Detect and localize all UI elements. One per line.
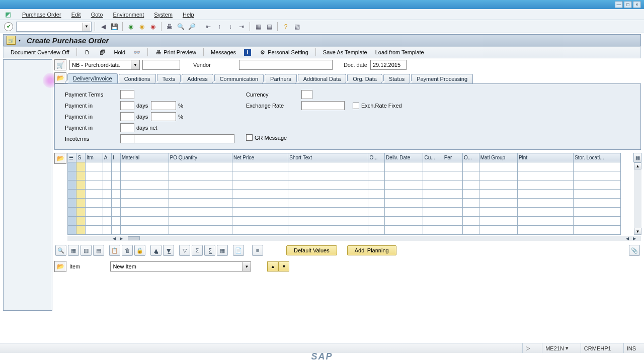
default-values-button[interactable]: Default Values (286, 245, 337, 255)
menu-goto[interactable]: Goto (86, 10, 108, 19)
back-icon[interactable]: ◀ (98, 22, 108, 32)
addl-planning-button[interactable]: Addl Planning (347, 245, 396, 255)
item-list-button[interactable]: ≡ (252, 245, 263, 256)
document-overview-button[interactable]: Document Overview Off (8, 48, 72, 56)
col-cu[interactable]: Cu... (423, 153, 443, 162)
hold-button[interactable]: Hold (111, 48, 129, 56)
messages-button[interactable]: Messages (208, 48, 239, 56)
personal-setting-button[interactable]: ⚙Personal Setting (256, 48, 311, 57)
po-number-field[interactable] (142, 60, 180, 70)
check-button[interactable]: 👓 (130, 48, 143, 57)
col-stor-loc[interactable]: Stor. Locati... (574, 153, 621, 162)
item-delete-button[interactable]: 🗑 (122, 245, 133, 256)
item-layout-button[interactable]: ▤ (93, 245, 104, 256)
item-grid[interactable]: ☰ S Itm A I Material PO Quantity Net Pri… (67, 153, 621, 235)
col-i[interactable]: I (112, 153, 120, 162)
create-button[interactable]: 🗋 (81, 48, 94, 57)
item-overview-collapse-button[interactable]: 📂 (54, 153, 66, 164)
col-material[interactable]: Material (120, 153, 169, 162)
create-session-icon[interactable]: ▦ (253, 22, 263, 32)
col-per[interactable]: Per (443, 153, 462, 162)
generate-shortcut-icon[interactable]: ▤ (264, 22, 274, 32)
tab-status[interactable]: Status (383, 74, 410, 83)
tab-additional-data[interactable]: Additional Data (298, 74, 347, 83)
item-total-button[interactable]: Σ (192, 245, 203, 256)
payment-in-2-pct-field[interactable] (151, 112, 176, 121)
col-o2[interactable]: O... (462, 153, 479, 162)
payment-terms-field[interactable] (120, 90, 134, 99)
back-nav-icon[interactable]: ◉ (126, 22, 136, 32)
payment-in-1-pct-field[interactable] (151, 101, 176, 110)
item-lock-button[interactable]: 🔒 (134, 245, 145, 256)
item-expand-button[interactable]: ▦ (217, 245, 228, 256)
prev-page-icon[interactable]: ↑ (214, 22, 224, 32)
window-minimize-button[interactable]: — (615, 1, 623, 8)
command-field[interactable]: ▼ (16, 22, 92, 32)
tab-payment-processing[interactable]: Payment Processing (411, 74, 473, 83)
window-close-button[interactable]: × (633, 1, 641, 8)
vendor-field[interactable] (239, 60, 333, 70)
item-subtotal-button[interactable]: Σ̲ (204, 245, 215, 256)
tab-delivery-invoice[interactable]: Delivery/Invoice (67, 73, 118, 83)
table-row[interactable] (68, 208, 621, 217)
payment-in-3-days-field[interactable] (120, 123, 134, 132)
tab-conditions[interactable]: Conditions (119, 74, 156, 83)
col-short-text[interactable]: Short Text (288, 153, 368, 162)
exch-rate-fixed-checkbox[interactable] (353, 103, 359, 109)
col-itm[interactable]: Itm (85, 153, 103, 162)
sap-menu-icon[interactable]: ◩ (5, 11, 14, 18)
item-sort-desc-button[interactable]: ▼̲ (163, 245, 174, 256)
help-icon[interactable]: ? (281, 22, 291, 32)
col-select[interactable]: ☰ (68, 153, 76, 162)
item-export-button[interactable]: 📄 (233, 245, 244, 256)
first-page-icon[interactable]: ⇤ (203, 22, 213, 32)
table-row[interactable] (68, 162, 621, 171)
save-as-template-button[interactable]: Save As Template (320, 48, 370, 56)
tab-texts[interactable]: Texts (157, 74, 181, 83)
item-select-all-button[interactable]: ▦ (68, 245, 79, 256)
col-matl-group[interactable]: Matl Group (479, 153, 517, 162)
table-row[interactable] (68, 190, 621, 199)
window-restore-button[interactable]: □ (624, 1, 632, 8)
scroll-right-icon[interactable]: ▶ (118, 236, 125, 241)
tab-org-data[interactable]: Org. Data (347, 74, 382, 83)
menu-help[interactable]: Help (178, 10, 199, 19)
col-deliv-date[interactable]: Deliv. Date (385, 153, 423, 162)
print-preview-button[interactable]: 🖶Print Preview (152, 48, 199, 57)
scroll-down-icon[interactable]: ▼ (634, 228, 641, 235)
find-next-icon[interactable]: 🔎 (187, 22, 197, 32)
po-type-cart-icon[interactable]: 🛒 (54, 59, 66, 70)
table-row[interactable] (68, 226, 621, 235)
col-s[interactable]: S (76, 153, 85, 162)
table-row[interactable] (68, 217, 621, 226)
item-prev-button[interactable]: ▲ (267, 261, 278, 272)
po-cart-icon[interactable]: 🛒 (7, 36, 16, 45)
load-from-template-button[interactable]: Load from Template (372, 48, 427, 56)
cancel-icon[interactable]: ◉ (148, 22, 158, 32)
table-row[interactable] (68, 199, 621, 208)
other-po-button[interactable]: 🗐 (96, 48, 109, 57)
menu-environment[interactable]: Environment (108, 10, 149, 19)
col-net-price[interactable]: Net Price (232, 153, 288, 162)
col-po-quantity[interactable]: PO Quantity (169, 153, 232, 162)
tab-communication[interactable]: Communication (214, 74, 264, 83)
table-row[interactable] (68, 180, 621, 190)
scroll-left-icon[interactable]: ◀ (111, 236, 118, 241)
print-icon[interactable]: 🖶 (165, 22, 175, 32)
item-sort-asc-button[interactable]: ▲̲ (150, 245, 162, 256)
col-plnt[interactable]: Plnt (517, 153, 573, 162)
item-details-button[interactable]: 🔍 (55, 245, 66, 256)
payment-in-2-days-field[interactable] (120, 112, 134, 121)
save-icon[interactable]: 💾 (109, 22, 119, 32)
grid-horizontal-scrollbar[interactable]: ◀ ▶ ◀ ▶ (67, 236, 641, 241)
scroll-left-end-icon[interactable]: ◀ (624, 236, 631, 241)
enter-icon[interactable]: ✔ (4, 22, 13, 31)
col-o1[interactable]: O... (368, 153, 385, 162)
status-nav-icon[interactable]: ▷ (522, 343, 533, 353)
payment-in-1-days-field[interactable] (120, 101, 134, 110)
po-dropdown-icon[interactable]: ▾ (18, 36, 22, 44)
item-detail-collapse-button[interactable]: 📂 (54, 261, 66, 272)
scroll-right-end-icon[interactable]: ▶ (631, 236, 638, 241)
customize-icon[interactable]: ▧ (292, 22, 302, 32)
col-a[interactable]: A (103, 153, 111, 162)
